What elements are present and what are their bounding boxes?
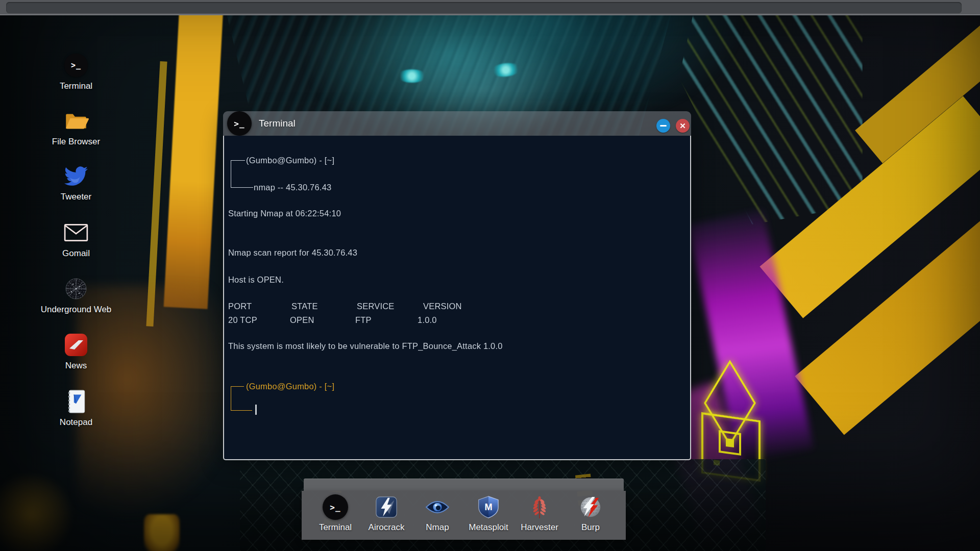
text-cursor [255,405,257,415]
dock-item-terminal[interactable]: >_ Terminal [310,494,361,540]
table-cell-state: OPEN [290,314,314,325]
desktop-icon-gomail[interactable]: Gomail [40,219,112,259]
terminal-output-line: Host is OPEN. [228,274,284,285]
desktop-icon-terminal[interactable]: >_ Terminal [40,52,112,91]
desktop-icon-file-browser[interactable]: File Browser [40,108,112,147]
nmap-eye-icon [425,494,450,520]
window-title: Terminal [259,118,296,129]
desktop-icon-label: Underground Web [41,305,112,315]
dock-item-burp[interactable]: Burp [565,494,616,540]
desktop-icon-label: File Browser [52,137,100,147]
prompt-command: nmap -- 45.30.76.43 [254,182,331,193]
desktop-icon-tweeter[interactable]: Tweeter [40,163,112,202]
desktop-icon-label: Tweeter [61,192,91,202]
table-cell-service: FTP [355,314,372,325]
table-header-state: STATE [291,300,318,312]
dock-item-nmap[interactable]: Nmap [412,494,463,540]
terminal-output-line: Nmap scan report for 45.30.76.43 [228,247,357,258]
dock-item-label: Burp [581,522,600,533]
svg-text:M: M [484,502,492,512]
metasploit-shield-icon: M [478,494,499,520]
news-icon [64,332,88,358]
vulnerability-line: This system is most likely to be vulnera… [228,340,503,352]
desktop-icon-notepad[interactable]: Notepad [40,388,112,428]
desktop-screen: >_ Terminal File Browser Tweeter Goma [0,0,980,551]
dock-item-label: Harvester [521,522,558,533]
bird-icon [64,163,88,189]
folder-icon [63,108,89,134]
terminal-icon: >_ [323,494,348,520]
desktop-icon-underground-web[interactable]: Underground Web [40,276,112,315]
dock-item-label: Nmap [426,522,449,533]
close-icon: ✕ [679,122,686,130]
close-button[interactable]: ✕ [676,119,690,133]
web-icon [64,276,88,302]
desktop-icon-news[interactable]: News [40,332,112,371]
prompt-context: (Gumbo@Gumbo) - [~] [246,155,334,166]
dock-item-harvester[interactable]: Harvester [514,494,565,540]
table-cell-version: 1.0.0 [418,314,437,325]
dock-item-label: Metasploit [469,522,508,533]
airocrack-icon [375,494,398,520]
table-cell-port: 20 TCP [228,314,257,325]
burp-icon [579,494,602,520]
desktop-icon-label: Gomail [62,248,90,259]
minimize-icon [660,125,667,127]
minimize-button[interactable] [656,119,670,133]
dock-item-airocrack[interactable]: Airocrack [361,494,412,540]
dock: >_ Terminal Airocrack [302,491,626,540]
dock-item-metasploit[interactable]: M Metasploit [463,494,514,540]
window-titlebar[interactable]: >_ Terminal ✕ [223,111,691,136]
envelope-icon [63,219,89,246]
terminal-window: >_ Terminal ✕ (Gumbo@Gumbo) - [~] nmap -… [223,111,691,460]
dock-handle[interactable] [304,479,624,491]
desktop-icon-label: News [65,361,87,371]
desktop-icon-label: Terminal [60,81,92,91]
terminal-icon: >_ [227,111,252,136]
prompt-context: (Gumbo@Gumbo) - [~] [246,381,334,392]
dock-item-label: Terminal [319,522,352,533]
harvester-feather-icon [529,494,550,520]
top-panel [0,0,980,15]
desktop-icon-label: Notepad [60,417,92,428]
notepad-icon [65,388,87,415]
terminal-body[interactable]: (Gumbo@Gumbo) - [~] nmap -- 45.30.76.43 … [223,136,691,460]
terminal-output-line: Starting Nmap at 06:22:54:10 [228,208,341,219]
table-header-version: VERSION [423,300,462,312]
table-header-service: SERVICE [357,300,395,312]
terminal-icon: >_ [64,54,88,77]
table-header-port: PORT [228,300,252,312]
top-panel-inset [6,2,962,13]
dock-item-label: Airocrack [369,522,405,533]
